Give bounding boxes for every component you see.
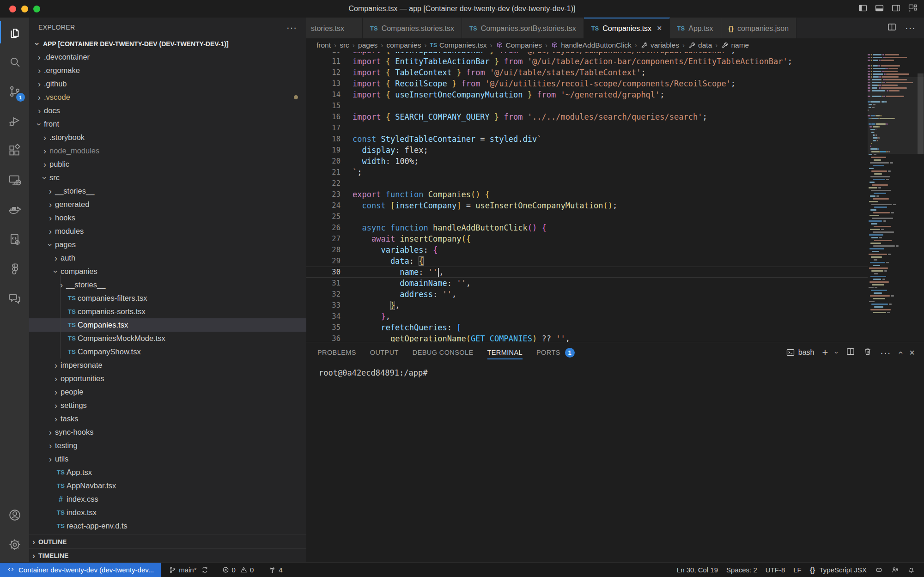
toggle-secondary-sidebar-icon[interactable] — [891, 3, 901, 15]
breadcrumb-data[interactable]: data — [688, 41, 712, 49]
tree-item-tasks[interactable]: ›tasks — [29, 412, 306, 425]
tab-Companies.tsx[interactable]: TSCompanies.tsx× — [584, 18, 670, 38]
tab-companies.json[interactable]: {}companies.json — [721, 18, 796, 38]
panel-more-actions-icon[interactable]: ··· — [880, 347, 891, 358]
activity-explorer[interactable] — [0, 18, 29, 47]
tree-item-modules[interactable]: ›modules — [29, 225, 306, 238]
tree-item-index.tsx[interactable]: TSindex.tsx — [29, 506, 306, 519]
code-line-21[interactable]: 21`; — [306, 167, 868, 178]
tree-item-index.css[interactable]: #index.css — [29, 492, 306, 506]
code-line-12[interactable]: 12import { TableContext } from '@/ui/tab… — [306, 67, 868, 78]
explorer-more-actions-icon[interactable]: ··· — [286, 22, 297, 33]
tree-item-CompaniesMockMode.tsx[interactable]: TSCompaniesMockMode.tsx — [29, 332, 306, 345]
tree-item-companies-filters.tsx[interactable]: TScompanies-filters.tsx — [29, 292, 306, 305]
kill-terminal-icon[interactable] — [863, 347, 872, 358]
code-line-15[interactable]: 15 — [306, 100, 868, 111]
tree-item-.vscode[interactable]: ›.vscode — [29, 91, 306, 104]
breadcrumb-front[interactable]: front — [316, 41, 331, 49]
git-branch-status[interactable]: main* — [164, 566, 213, 574]
close-panel-icon[interactable]: × — [909, 347, 915, 358]
breadcrumb-variables[interactable]: variables — [640, 41, 679, 49]
activity-search[interactable] — [0, 47, 29, 77]
code-line-13[interactable]: 13import { RecoilScope } from '@/ui/util… — [306, 78, 868, 89]
section-outline[interactable]: ›OUTLINE — [29, 534, 306, 548]
panel-tab-output[interactable]: OUTPUT — [370, 342, 399, 363]
tree-item-sync-hooks[interactable]: ›sync-hooks — [29, 425, 306, 439]
tab-Companies.sortBy.stories.tsx[interactable]: TSCompanies.sortBy.stories.tsx — [462, 18, 584, 38]
language-mode-status[interactable]: {} TypeScript JSX — [806, 566, 871, 574]
copilot-status[interactable] — [871, 566, 887, 574]
new-terminal-icon[interactable]: + — [822, 346, 828, 358]
code-line-11[interactable]: 11import { EntityTableActionBar } from '… — [306, 56, 868, 67]
code-line-20[interactable]: 20 width: 100%; — [306, 156, 868, 167]
tree-item-AppNavbar.tsx[interactable]: TSAppNavbar.tsx — [29, 479, 306, 492]
breadcrumb-pages[interactable]: pages — [358, 41, 377, 49]
tree-item-CompanyShow.tsx[interactable]: TSCompanyShow.tsx — [29, 345, 306, 358]
tree-item-src[interactable]: ›src — [29, 171, 306, 184]
tree-item-auth[interactable]: ›auth — [29, 251, 306, 265]
code-line-25[interactable]: 25 — [306, 211, 868, 222]
tree-item-docs[interactable]: ›docs — [29, 104, 306, 117]
tree-item-public[interactable]: ›public — [29, 158, 306, 171]
code-line-22[interactable]: 22 — [306, 178, 868, 189]
tree-item-settings[interactable]: ›settings — [29, 399, 306, 412]
breadcrumb-name[interactable]: name — [721, 41, 749, 49]
code-line-36[interactable]: 36 getOperationName(GET_COMPANIES) ?? ''… — [306, 333, 868, 342]
activity-account[interactable] — [0, 500, 29, 530]
tree-item-utils[interactable]: ›utils — [29, 452, 306, 466]
tree-item-.ergomake[interactable]: ›.ergomake — [29, 64, 306, 77]
problems-status[interactable]: 0 0 — [218, 566, 258, 574]
tree-item-pages[interactable]: ›pages — [29, 238, 306, 251]
section-timeline[interactable]: ›TIMELINE — [29, 548, 306, 562]
customize-layout-icon[interactable] — [908, 3, 918, 15]
tree-item-node_modules[interactable]: ›node_modules — [29, 144, 306, 158]
tree-item-companies[interactable]: ›companies — [29, 265, 306, 278]
code-line-17[interactable]: 17 — [306, 122, 868, 134]
tree-item-react-app-env.d.ts[interactable]: TSreact-app-env.d.ts — [29, 519, 306, 533]
tab-Companies.stories.tsx[interactable]: TSCompanies.stories.tsx — [363, 18, 462, 38]
code-line-30[interactable]: 30 name: '', — [306, 267, 868, 278]
activity-extensions[interactable] — [0, 136, 29, 165]
tree-item-.github[interactable]: ›.github — [29, 77, 306, 91]
tree-item-testing[interactable]: ›testing — [29, 439, 306, 452]
toggle-sidebar-icon[interactable] — [858, 3, 868, 15]
breadcrumb-handleAddButtonClick[interactable]: handleAddButtonClick — [551, 41, 632, 49]
terminal-dropdown-icon[interactable]: › — [833, 352, 841, 354]
indentation-status[interactable]: Spaces: 2 — [722, 566, 761, 574]
feedback-status[interactable] — [887, 566, 903, 574]
tree-item-companies-sorts.tsx[interactable]: TScompanies-sorts.tsx — [29, 305, 306, 318]
code-line-26[interactable]: 26 async function handleAddButtonClick()… — [306, 222, 868, 233]
tree-item-.devcontainer[interactable]: ›.devcontainer — [29, 50, 306, 64]
activity-docker[interactable] — [0, 195, 29, 225]
code-line-27[interactable]: 27 await insertCompany({ — [306, 233, 868, 244]
cursor-position-status[interactable]: Ln 30, Col 19 — [673, 566, 722, 574]
breadcrumb-companies[interactable]: companies — [386, 41, 421, 49]
breadcrumb-src[interactable]: src — [340, 41, 349, 49]
code-line-10[interactable]: 10import { WithTopBarContainer } from '@… — [306, 52, 868, 56]
code-line-28[interactable]: 28 variables: { — [306, 244, 868, 255]
split-editor-icon[interactable] — [887, 22, 897, 34]
tree-item-Companies.tsx[interactable]: TSCompanies.tsx — [29, 318, 306, 332]
toggle-panel-icon[interactable] — [875, 3, 884, 15]
close-tab-icon[interactable]: × — [657, 24, 662, 33]
code-line-32[interactable]: 32 address: '', — [306, 289, 868, 300]
tree-item-.storybook[interactable]: ›.storybook — [29, 131, 306, 144]
editor-scrollbar[interactable] — [918, 73, 924, 154]
code-line-18[interactable]: 18const StyledTableContainer = styled.di… — [306, 134, 868, 145]
panel-tab-debug-console[interactable]: DEBUG CONSOLE — [413, 342, 474, 363]
activity-remote-explorer[interactable] — [0, 165, 29, 195]
tree-item-generated[interactable]: ›generated — [29, 198, 306, 211]
code-content[interactable]: 10import { WithTopBarContainer } from '@… — [306, 52, 868, 342]
minimap[interactable] — [868, 53, 924, 342]
code-line-19[interactable]: 19 display: flex; — [306, 145, 868, 156]
code-line-16[interactable]: 16import { SEARCH_COMPANY_QUERY } from '… — [306, 111, 868, 122]
forwarded-ports-status[interactable]: 4 — [264, 566, 286, 574]
activity-figma[interactable] — [0, 254, 29, 284]
tree-item-impersonate[interactable]: ›impersonate — [29, 358, 306, 372]
code-line-24[interactable]: 24 const [insertCompany] = useInsertOneC… — [306, 200, 868, 211]
code-line-29[interactable]: 29 data: { — [306, 255, 868, 267]
activity-run-debug[interactable] — [0, 106, 29, 136]
code-line-31[interactable]: 31 domainName: '', — [306, 278, 868, 289]
notifications-status[interactable] — [903, 566, 919, 574]
workspace-section-header[interactable]: › APP [CONTAINER DEV-TWENTY-DEV (DEV-TWE… — [29, 37, 306, 50]
